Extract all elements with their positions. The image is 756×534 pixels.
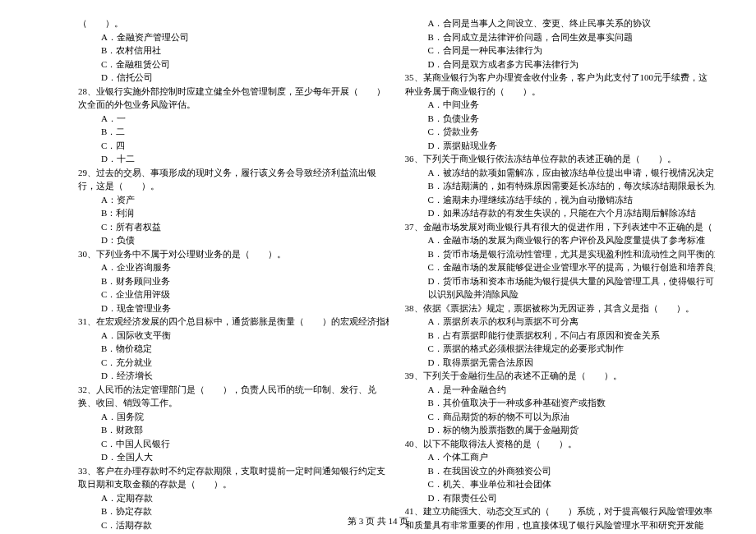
q39-opt-c: C．商品期货的标的物不可以为原油 [405, 410, 716, 424]
q35-opt-b: B．负债业务 [405, 112, 716, 126]
q38-opt-a: A．票据所表示的权利与票据不可分离 [405, 315, 716, 329]
q38-opt-b: B．占有票据即能行使票据权利，不问占有原因和资金关系 [405, 329, 716, 343]
exam-page: （ ）。 A．金融资产管理公司 B．农村信用社 C．金融租赁公司 D．信托公司 … [0, 0, 756, 534]
q40-stem: 40、以下不能取得法人资格的是（ ）。 [405, 437, 716, 451]
q38-opt-c: C．票据的格式必须根据法律规定的必要形式制作 [405, 342, 716, 356]
q32-opt-d: D．全国人大 [78, 450, 389, 464]
q39-stem: 39、下列关于金融衍生品的表述不正确的是（ ）。 [405, 369, 716, 383]
q34-opt-c: C．合同是一种民事法律行为 [405, 44, 716, 58]
q37-opt-a: A．金融市场的发展为商业银行的客户评价及风险度量提供了参考标准 [405, 233, 716, 247]
q38-opt-d: D．取得票据无需合法原因 [405, 356, 716, 370]
q27-opt-d: D．信托公司 [78, 71, 389, 85]
q34-opt-d: D．合同是双方或者多方民事法律行为 [405, 58, 716, 71]
q27-tail: （ ）。 [78, 16, 389, 30]
q32-opt-c: C．中国人民银行 [78, 437, 389, 451]
q39-opt-b: B．其价值取决于一种或多种基础资产或指数 [405, 396, 716, 410]
q37-opt-d: D．货币市场和资本市场能为银行提供大量的风险管理工具，使得银行可以识别风险并消除… [405, 274, 716, 302]
q36-opt-b: B．冻结期满的，如有特殊原因需要延长冻结的，每次续冻结期限最长为三个月 [405, 179, 716, 193]
q37-opt-c: C．金融市场的发展能够促进企业管理水平的提高，为银行创造和培养良好的基础 [405, 260, 716, 274]
q34-opt-a: A．合同是当事人之间设立、变更、终止民事关系的协议 [405, 16, 716, 30]
q30-opt-c: C．企业信用评级 [78, 288, 389, 302]
q29-opt-b: B：利润 [78, 206, 389, 220]
q30-opt-a: A．企业咨询服务 [78, 260, 389, 274]
q30-stem: 30、下列业务中不属于对公理财业务的是（ ）。 [78, 247, 389, 261]
q27-opt-b: B．农村信用社 [78, 44, 389, 58]
page-footer: 第 3 页 共 14 页 [0, 514, 756, 528]
q36-opt-c: C．逾期未办理继续冻结手续的，视为自动撤销冻结 [405, 193, 716, 207]
q33-stem: 33、客户在办理存款时不约定存款期限，支取时提前一定时间通知银行约定支取日期和支… [78, 464, 389, 491]
q36-stem: 36、下列关于商业银行依法冻结单位存款的表述正确的是（ ）。 [405, 152, 716, 166]
q40-opt-b: B．在我国设立的外商独资公司 [405, 464, 716, 478]
q31-opt-d: D．经济增长 [78, 369, 389, 383]
q39-opt-d: D．标的物为股票指数的属于金融期货 [405, 423, 716, 437]
q40-opt-d: D．有限责任公司 [405, 491, 716, 505]
q40-opt-a: A．个体工商户 [405, 450, 716, 464]
q35-stem: 35、某商业银行为客户办理资金收付业务，客户为此支付了100元手续费，这种业务属… [405, 71, 716, 98]
q28-opt-a: A．一 [78, 112, 389, 126]
q32-stem: 32、人民币的法定管理部门是（ ），负责人民币的统一印制、发行、兑换、收回、销毁… [78, 383, 389, 410]
right-column: A．合同是当事人之间设立、变更、终止民事关系的协议 B．合同成立是法律评价问题，… [405, 16, 716, 534]
q33-opt-a: A．定期存款 [78, 491, 389, 505]
q27-opt-a: A．金融资产管理公司 [78, 30, 389, 44]
q27-opt-c: C．金融租赁公司 [78, 58, 389, 71]
q31-opt-b: B．物价稳定 [78, 342, 389, 356]
q37-opt-b: B．货币市场是银行流动性管理，尤其是实现盈利性和流动性之间平衡的重要基础 [405, 247, 716, 261]
q29-opt-d: D：负债 [78, 233, 389, 247]
q29-opt-a: A：资产 [78, 193, 389, 207]
q31-opt-c: C．充分就业 [78, 356, 389, 370]
q32-opt-b: B．财政部 [78, 423, 389, 437]
q31-opt-a: A．国际收支平衡 [78, 329, 389, 343]
left-column: （ ）。 A．金融资产管理公司 B．农村信用社 C．金融租赁公司 D．信托公司 … [78, 16, 389, 534]
q38-stem: 38、依据《票据法》规定，票据被称为无因证券，其含义是指（ ）。 [405, 302, 716, 315]
q34-opt-b: B．合同成立是法律评价问题，合同生效是事实问题 [405, 30, 716, 44]
q36-opt-d: D．如果冻结存款的有发生失误的，只能在六个月冻结期后解除冻结 [405, 206, 716, 220]
q37-stem: 37、金融市场发展对商业银行具有很大的促进作用，下列表述中不正确的是（ ）。 [405, 220, 716, 234]
q32-opt-a: A．国务院 [78, 410, 389, 424]
q35-opt-a: A．中间业务 [405, 98, 716, 112]
q35-opt-c: C．贷款业务 [405, 125, 716, 139]
q40-opt-c: C．机关、事业单位和社会团体 [405, 477, 716, 491]
q28-opt-c: C．四 [78, 139, 389, 153]
q30-opt-b: B．财务顾问业务 [78, 274, 389, 288]
q28-opt-d: D．十二 [78, 152, 389, 166]
q31-stem: 31、在宏观经济发展的四个总目标中，通货膨胀是衡量（ ）的宏观经济指标。 [78, 315, 389, 329]
q39-opt-a: A．是一种金融合约 [405, 383, 716, 397]
q29-opt-c: C：所有者权益 [78, 220, 389, 234]
q28-stem: 28、业银行实施外部控制时应建立健全外包管理制度，至少每年开展（ ）次全面的外包… [78, 85, 389, 112]
q29-stem: 29、过去的交易、事项形成的现时义务，履行该义务会导致经济利益流出银行，这是（ … [78, 166, 389, 193]
q36-opt-a: A．被冻结的款项如需解冻，应由被冻结单位提出申请，银行视情况决定 [405, 166, 716, 180]
q28-opt-b: B．二 [78, 125, 389, 139]
q35-opt-d: D．票据贴现业务 [405, 139, 716, 153]
q30-opt-d: D．现金管理业务 [78, 302, 389, 315]
